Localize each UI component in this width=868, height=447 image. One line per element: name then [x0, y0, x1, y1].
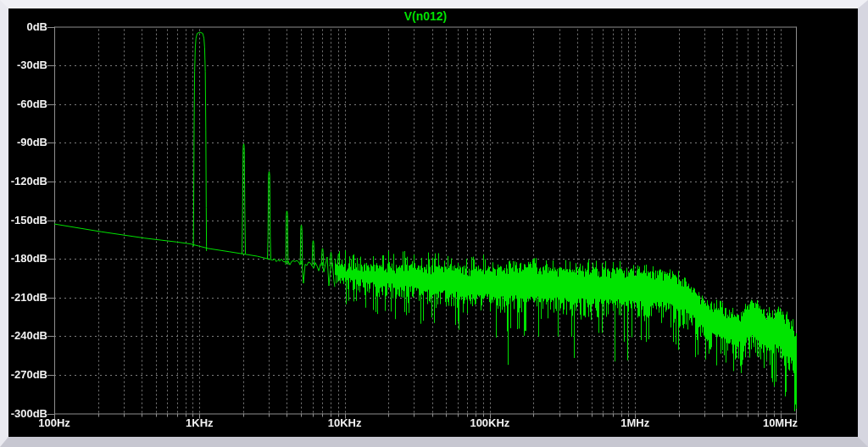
- x-tick-label: 10KHz: [307, 417, 383, 429]
- y-tick-label: -30dB: [5, 59, 47, 71]
- y-tick-label: -240dB: [5, 330, 47, 342]
- y-tick-label: -180dB: [5, 253, 47, 265]
- x-tick-label: 1KHz: [161, 417, 237, 429]
- y-tick-label: -60dB: [5, 98, 47, 110]
- y-tick-label: -120dB: [5, 176, 47, 187]
- fft-plot-canvas[interactable]: [0, 0, 868, 447]
- y-tick-label: -270dB: [5, 369, 47, 381]
- x-tick-label: 1MHz: [597, 417, 673, 429]
- trace-name-label: V(n012): [341, 9, 510, 23]
- y-tick-label: -210dB: [5, 292, 47, 304]
- x-tick-label: 100Hz: [16, 417, 92, 429]
- x-tick-label: 100KHz: [452, 417, 528, 429]
- y-tick-label: -90dB: [5, 137, 47, 148]
- y-tick-label: 0dB: [5, 21, 47, 33]
- x-tick-label: 10MHz: [743, 417, 819, 429]
- y-tick-label: -150dB: [5, 215, 47, 226]
